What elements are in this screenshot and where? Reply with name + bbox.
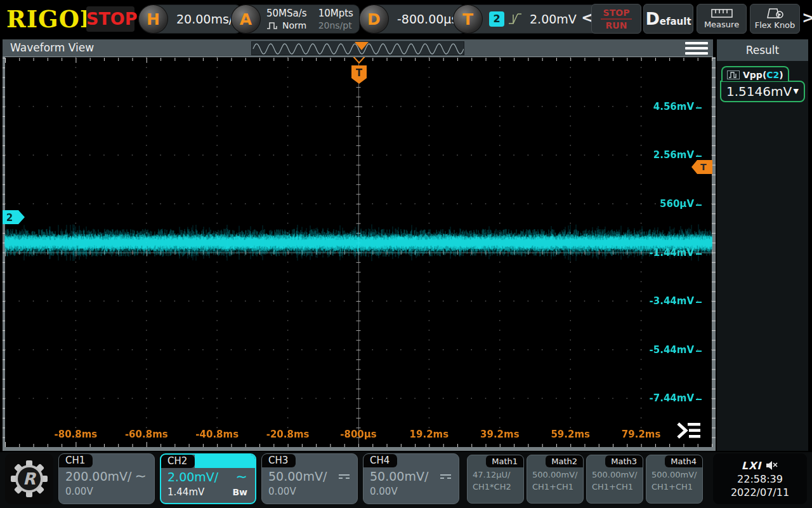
waveform-header-bar: Waveform View	[3, 39, 713, 57]
rising-edge-icon	[507, 11, 523, 27]
rigol-logo: RIGOL	[6, 5, 97, 33]
trigger-source-badge: 2	[489, 11, 504, 27]
trigger-level-value: 2.00mV	[523, 12, 583, 26]
rigol-gear-logo-button[interactable]: R	[5, 453, 53, 504]
svg-text:R: R	[23, 469, 37, 488]
bandwidth-limit-badge: Bw	[232, 487, 247, 497]
system-time: 22:58:39	[737, 473, 783, 485]
dc-coupling-icon	[440, 474, 451, 479]
sample-resolution: 20ns/pt	[318, 20, 353, 30]
channel4-card[interactable]: CH4 50.00mV/ 0.00V	[363, 453, 459, 504]
waveform-view: Waveform View 4.56mV2.56mV560µV-1.44mV-3…	[0, 39, 716, 451]
ch2-offset: 1.44mV	[167, 486, 204, 498]
ch1-scale: 200.00mV/	[65, 469, 131, 483]
result-panel-title: Result	[717, 39, 808, 61]
toolbar-scroll-right-icon[interactable]: >	[802, 8, 812, 27]
dc-coupling-icon	[339, 474, 350, 479]
memory-depth: 10Mpts	[318, 8, 353, 19]
lxi-badge: LXI	[742, 460, 761, 472]
status-clock-panel[interactable]: LXI 22:58:39 2022/07/11	[713, 453, 807, 504]
sample-rate: 50MSa/s	[266, 8, 307, 19]
measurement-value: 1.5146mV	[726, 84, 794, 99]
flex-knob-button[interactable]: Flex Knob	[750, 4, 800, 34]
math3-card[interactable]: Math3 500.00mV/ CH1+CH1	[586, 455, 643, 504]
ch1-offset: 0.00V	[65, 486, 93, 497]
chevron-down-icon[interactable]: ▼	[794, 87, 799, 95]
sine-overview-strip[interactable]	[251, 41, 464, 55]
math1-card[interactable]: Math1 47.12µU/ CH1*CH2	[467, 455, 524, 504]
trigger-knob-icon[interactable]: T	[453, 4, 483, 34]
measurement-card[interactable]: Vpp(C2) 1.5146mV ▼	[720, 66, 805, 102]
hamburger-menu-icon[interactable]	[685, 42, 708, 55]
horizontal-scale-button[interactable]: H 20.00ms/	[138, 4, 242, 34]
channel3-card[interactable]: CH3 50.00mV/ 0.00V	[261, 453, 358, 504]
ac-coupling-icon: ∼	[135, 473, 147, 479]
math2-card[interactable]: Math2 500.00mV/ CH1+CH1	[527, 455, 584, 504]
square-wave-icon	[266, 22, 279, 30]
ch3-offset: 0.00V	[268, 486, 296, 497]
pulse-icon	[727, 70, 740, 79]
knob-icon	[764, 8, 786, 19]
waveform-display[interactable]	[3, 39, 716, 451]
bottom-channel-bar: R CH1 200.00mV/∼ 0.00V CH2 2.00mV/∼ 1.44…	[0, 452, 812, 508]
ac-coupling-icon: ∼	[236, 474, 247, 480]
math4-card[interactable]: Math4 500.00mV/ CH1+CH1	[646, 455, 703, 504]
ch3-scale: 50.00mV/	[268, 469, 327, 483]
rigol-gear-logo-icon: R	[10, 459, 49, 498]
ruler-icon	[711, 8, 733, 18]
ch4-scale: 50.00mV/	[370, 469, 428, 483]
default-button[interactable]: D efault	[643, 4, 693, 34]
channel2-card[interactable]: CH2 2.00mV/∼ 1.44mVBw	[160, 453, 256, 504]
measure-button[interactable]: Measure	[697, 4, 747, 34]
horizontal-delay-button[interactable]: D -800.00µs	[359, 4, 466, 34]
acquisition-status-badge[interactable]: STOP	[86, 6, 134, 32]
ch2-scale: 2.00mV/	[167, 470, 218, 484]
result-panel: Result Vpp(C2) 1.5146mV ▼	[717, 39, 808, 451]
horizontal-knob-icon[interactable]: H	[138, 4, 168, 34]
oscilloscope-screen: RIGOL STOP H 20.00ms/ A 50MSa/s Norm 10M…	[0, 0, 812, 508]
ch4-offset: 0.00V	[370, 486, 398, 497]
channel1-card[interactable]: CH1 200.00mV/∼ 0.00V	[58, 453, 155, 504]
horizontal-scale-value: 20.00ms/	[168, 12, 241, 26]
speaker-muted-icon	[766, 460, 778, 471]
stop-run-button[interactable]: STOP RUN	[591, 4, 641, 34]
system-date: 2022/07/11	[731, 486, 789, 498]
delay-knob-icon[interactable]: D	[359, 4, 389, 34]
acquisition-mode: Norm	[282, 20, 306, 30]
acquisition-button[interactable]: A 50MSa/s Norm 10Mpts 20ns/pt	[231, 4, 360, 34]
waveform-view-title: Waveform View	[10, 41, 94, 54]
acquisition-knob-icon[interactable]: A	[231, 4, 261, 34]
top-status-bar: RIGOL STOP H 20.00ms/ A 50MSa/s Norm 10M…	[0, 0, 812, 38]
